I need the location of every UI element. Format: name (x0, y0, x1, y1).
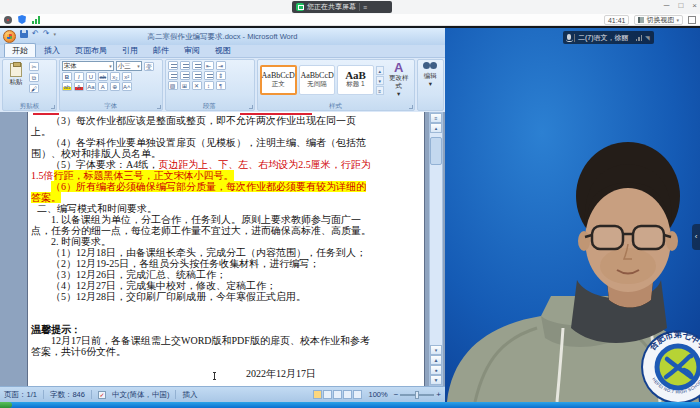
change-styles-button[interactable]: A 更改样式 ▾ (386, 62, 412, 98)
scroll-up-icon[interactable]: ▴ (430, 123, 442, 133)
scrollbar-thumb[interactable] (430, 137, 442, 165)
tab-insert[interactable]: 插入 (37, 44, 67, 57)
save-icon[interactable] (20, 30, 28, 38)
word-titlebar[interactable]: ↶ ↷ ▾ 高二寒假作业编写要求.docx - Microsoft Word (0, 28, 445, 45)
next-page-button[interactable]: ▼ (430, 375, 442, 385)
show-marks-button[interactable]: ¶ (216, 81, 226, 90)
paste-button[interactable]: 粘贴 (5, 62, 27, 93)
cut-button[interactable]: ✂ (29, 62, 39, 71)
enclose-character-button[interactable]: ⊕ (110, 82, 120, 91)
shading-button[interactable]: ▨ (168, 81, 178, 90)
find-binoculars-icon[interactable] (423, 62, 437, 69)
document-area[interactable]: （3）每次作业都应该是整面或整页，即不允许两次作业出现在同一页上。 （4）各学科… (0, 112, 445, 386)
insert-mode[interactable]: 插入 (182, 390, 197, 400)
align-right-button[interactable] (192, 71, 202, 80)
asian-layout-button[interactable]: ✕ (192, 81, 202, 90)
speaker-video-pane[interactable]: 二(7)语文，徐丽 ◥ ‹ 合肥市第七中学 HEFE (445, 28, 700, 402)
tab-mailings[interactable]: 邮件 (146, 44, 176, 57)
tab-references[interactable]: 引用 (115, 44, 145, 57)
qat-dropdown-icon[interactable]: ▾ (53, 31, 56, 37)
text-highlight-button[interactable]: ab (62, 82, 72, 91)
zoom-in-icon[interactable]: + (436, 391, 441, 399)
gallery-more-icon[interactable]: ≡ (376, 86, 384, 95)
decrease-indent-button[interactable]: ⇤ (204, 61, 214, 70)
subscript-button[interactable]: x₂ (110, 72, 120, 81)
font-size-combo[interactable]: 小三▾ (116, 61, 142, 71)
numbering-button[interactable] (180, 61, 190, 70)
styles-group: AaBbCcD 正文 AaBbCcD 无间隔 AaB 标题 1 ▴ ▾ ≡ (257, 59, 415, 111)
document-page[interactable]: （3）每次作业都应该是整面或整页，即不允许两次作业出现在同一页上。 （4）各学科… (27, 112, 425, 386)
draft-view-button[interactable] (353, 390, 362, 399)
pin-icon[interactable]: ◥ (645, 34, 650, 41)
styles-gallery-scroll[interactable]: ▴ ▾ ≡ (376, 66, 384, 95)
style-no-spacing[interactable]: AaBbCcD 无间隔 (299, 65, 335, 95)
meeting-protect-shield-icon[interactable] (18, 15, 26, 24)
share-status-pill[interactable]: 您正在共享屏幕 ≡ (292, 1, 392, 13)
fullscreen-icon[interactable] (688, 16, 696, 24)
format-painter-button[interactable]: 🖌 (29, 84, 39, 93)
web-layout-view-button[interactable] (333, 390, 342, 399)
print-layout-view-button[interactable] (313, 390, 322, 399)
font-dialog-launcher[interactable] (157, 105, 161, 109)
bullets-button[interactable] (168, 61, 178, 70)
increase-indent-button[interactable]: ⇥ (216, 61, 226, 70)
office-button[interactable] (3, 30, 16, 43)
superscript-button[interactable]: x² (122, 72, 132, 81)
redo-icon[interactable]: ↷ (43, 30, 50, 38)
undo-icon[interactable]: ↶ (32, 30, 39, 38)
previous-page-button[interactable]: ▲ (430, 355, 442, 365)
zoom-level[interactable]: 100% (368, 390, 387, 399)
grow-font-button[interactable]: A˄ (122, 82, 132, 91)
start-button[interactable] (0, 402, 12, 408)
vertical-scrollbar[interactable]: ≡ ▴ ▾ ▲ ● ▼ (429, 112, 443, 386)
tab-page-layout[interactable]: 页面布局 (68, 44, 114, 57)
font-name-combo[interactable]: 宋体▾ (62, 61, 114, 71)
italic-button[interactable]: I (74, 72, 84, 81)
strikethrough-button[interactable]: ab (98, 72, 108, 81)
outline-view-button[interactable] (343, 390, 352, 399)
zoom-slider-thumb[interactable] (415, 391, 419, 399)
character-border-button[interactable]: A (98, 82, 108, 91)
style-normal[interactable]: AaBbCcD 正文 (260, 65, 297, 95)
panel-collapse-handle[interactable]: ‹ (692, 224, 700, 250)
align-center-button[interactable] (180, 71, 190, 80)
word-count[interactable]: 字数：846 (50, 390, 85, 400)
change-case-button[interactable]: Aa (86, 82, 96, 91)
language-indicator[interactable]: 中文(简体，中国) (112, 390, 170, 400)
scroll-down-icon[interactable]: ▾ (430, 345, 442, 355)
underline-button[interactable]: U (86, 72, 96, 81)
clipboard-dialog-launcher[interactable] (51, 105, 55, 109)
gallery-down-icon[interactable]: ▾ (376, 76, 384, 85)
font-color-button[interactable]: A (74, 82, 84, 91)
zoom-slider[interactable]: − + (394, 391, 441, 399)
line-spacing-button[interactable]: ⇕ (216, 71, 226, 80)
zoom-out-icon[interactable]: − (394, 391, 399, 399)
fullscreen-reading-view-button[interactable] (323, 390, 332, 399)
tab-review[interactable]: 审阅 (177, 44, 207, 57)
spellcheck-icon[interactable]: ✓ (98, 391, 106, 399)
bold-button[interactable]: B (62, 72, 72, 81)
gallery-up-icon[interactable]: ▴ (376, 66, 384, 75)
meeting-info-icon[interactable] (4, 16, 12, 24)
style-heading1[interactable]: AaB 标题 1 (337, 65, 373, 95)
tab-view[interactable]: 视图 (208, 44, 238, 57)
maximize-button[interactable]: □ (678, 1, 683, 10)
phonetic-guide-button[interactable]: 变 (144, 62, 154, 71)
minimize-button[interactable]: ─ (664, 1, 670, 10)
pill-menu-icon[interactable]: ≡ (363, 4, 367, 11)
layout-switch-button[interactable]: 切换视图 ▾ (634, 15, 683, 25)
paragraph-dialog-launcher[interactable] (249, 105, 253, 109)
page-indicator[interactable]: 页面：1/1 (4, 390, 37, 400)
scrollbar-track[interactable] (430, 133, 442, 345)
borders-button[interactable]: ⊞ (180, 81, 190, 90)
tab-home[interactable]: 开始 (4, 43, 36, 57)
styles-dialog-launcher[interactable] (409, 105, 413, 109)
close-button[interactable]: × (692, 1, 697, 10)
sort-button[interactable]: ↕ (204, 81, 214, 90)
ruler-toggle-button[interactable]: ≡ (430, 113, 442, 123)
multilevel-list-button[interactable] (192, 61, 202, 70)
align-left-button[interactable] (168, 71, 178, 80)
justify-button[interactable] (204, 71, 214, 80)
copy-button[interactable]: ⧉ (29, 73, 39, 82)
select-browse-object-button[interactable]: ● (430, 365, 442, 375)
